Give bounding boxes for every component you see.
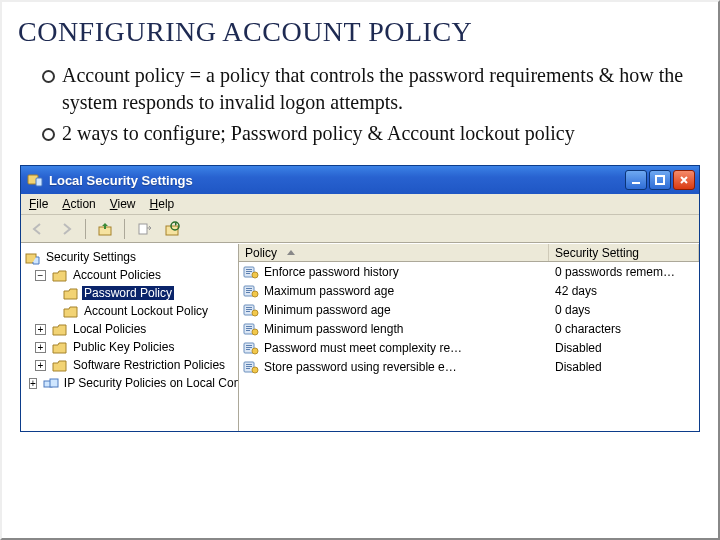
expand-icon[interactable]: + <box>35 342 46 353</box>
bullet-item: Account policy = a policy that controls … <box>42 62 696 116</box>
expand-icon[interactable]: + <box>35 360 46 371</box>
svg-rect-17 <box>246 288 252 289</box>
folder-icon <box>63 287 78 300</box>
tree-item-account-lockout-policy[interactable]: Account Lockout Policy <box>25 302 238 320</box>
policy-value: 0 passwords remem… <box>549 265 699 279</box>
window-title: Local Security Settings <box>49 173 625 188</box>
bullet-item: 2 ways to configure; Password policy & A… <box>42 120 696 147</box>
maximize-button[interactable] <box>649 170 671 190</box>
tree-label: IP Security Policies on Local Computer <box>62 376 239 390</box>
policy-item-icon <box>243 265 259 279</box>
policy-list: Enforce password history0 passwords reme… <box>239 262 699 431</box>
svg-rect-38 <box>246 366 252 367</box>
svg-rect-5 <box>139 224 147 234</box>
svg-rect-18 <box>246 290 252 291</box>
app-icon <box>27 172 43 188</box>
svg-point-20 <box>252 291 258 297</box>
back-button[interactable] <box>27 218 49 240</box>
close-button[interactable] <box>673 170 695 190</box>
refresh-button[interactable] <box>161 218 183 240</box>
menu-help[interactable]: Help <box>150 197 175 211</box>
svg-rect-12 <box>246 269 252 270</box>
tree-label: Local Policies <box>71 322 148 336</box>
tree-item-account-policies[interactable]: − Account Policies <box>25 266 238 284</box>
policy-value: 42 days <box>549 284 699 298</box>
sort-ascending-icon <box>287 250 295 255</box>
svg-rect-24 <box>246 311 250 312</box>
svg-rect-22 <box>246 307 252 308</box>
svg-rect-33 <box>246 347 252 348</box>
folder-icon <box>52 269 67 282</box>
policy-row[interactable]: Maximum password age42 days <box>239 281 699 300</box>
expand-icon[interactable]: + <box>29 378 37 389</box>
tree-item-public-key-policies[interactable]: + Public Key Policies <box>25 338 238 356</box>
svg-point-35 <box>252 348 258 354</box>
svg-rect-23 <box>246 309 252 310</box>
window-titlebar[interactable]: Local Security Settings <box>21 166 699 194</box>
tree-label: Public Key Policies <box>71 340 176 354</box>
policy-value: 0 characters <box>549 322 699 336</box>
export-list-button[interactable] <box>133 218 155 240</box>
policy-row[interactable]: Enforce password history0 passwords reme… <box>239 262 699 281</box>
svg-rect-19 <box>246 292 250 293</box>
policy-item-icon <box>243 284 259 298</box>
policy-item-icon <box>243 303 259 317</box>
column-header-setting[interactable]: Security Setting <box>549 244 699 261</box>
svg-point-25 <box>252 310 258 316</box>
menu-action[interactable]: Action <box>62 197 95 211</box>
svg-point-40 <box>252 367 258 373</box>
svg-rect-34 <box>246 349 250 350</box>
tree-label: Software Restriction Policies <box>71 358 227 372</box>
column-header-policy[interactable]: Policy <box>239 244 549 261</box>
toolbar-separator <box>85 219 86 239</box>
menu-view[interactable]: View <box>110 197 136 211</box>
policy-item-icon <box>243 360 259 374</box>
menu-file[interactable]: File <box>29 197 48 211</box>
menubar: File Action View Help <box>21 194 699 215</box>
forward-button[interactable] <box>55 218 77 240</box>
ipsec-icon <box>43 377 58 390</box>
svg-rect-3 <box>656 176 664 184</box>
svg-rect-13 <box>246 271 252 272</box>
policy-name: Maximum password age <box>264 284 394 298</box>
svg-rect-2 <box>632 182 640 184</box>
folder-icon <box>52 359 67 372</box>
svg-rect-28 <box>246 328 252 329</box>
svg-rect-37 <box>246 364 252 365</box>
list-pane: Policy Security Setting Enforce password… <box>239 244 699 431</box>
policy-value: Disabled <box>549 360 699 374</box>
minimize-button[interactable] <box>625 170 647 190</box>
svg-rect-10 <box>50 379 58 387</box>
tree-item-local-policies[interactable]: + Local Policies <box>25 320 238 338</box>
policy-value: Disabled <box>549 341 699 355</box>
collapse-icon[interactable]: − <box>35 270 46 281</box>
folder-icon <box>63 305 78 318</box>
tree-item-password-policy[interactable]: Password Policy <box>25 284 238 302</box>
folder-icon <box>52 323 67 336</box>
tree-label: Account Lockout Policy <box>82 304 210 318</box>
tree-label: Security Settings <box>44 250 138 264</box>
policy-item-icon <box>243 341 259 355</box>
tree-root[interactable]: Security Settings <box>25 248 238 266</box>
policy-name: Password must meet complexity re… <box>264 341 462 355</box>
security-settings-icon <box>25 251 40 264</box>
tree-item-ip-security-policies[interactable]: + IP Security Policies on Local Computer <box>25 374 238 392</box>
up-button[interactable] <box>94 218 116 240</box>
toolbar-separator <box>124 219 125 239</box>
tree-label: Password Policy <box>82 286 174 300</box>
policy-row[interactable]: Password must meet complexity re…Disable… <box>239 338 699 357</box>
tree-pane[interactable]: Security Settings − Account Policies Pas… <box>21 244 239 431</box>
svg-rect-29 <box>246 330 250 331</box>
policy-name: Minimum password length <box>264 322 403 336</box>
toolbar <box>21 215 699 243</box>
svg-rect-32 <box>246 345 252 346</box>
slide-title: CONFIGURING ACCOUNT POLICY <box>18 16 706 48</box>
policy-row[interactable]: Minimum password length0 characters <box>239 319 699 338</box>
policy-row[interactable]: Store password using reversible e…Disabl… <box>239 357 699 376</box>
policy-value: 0 days <box>549 303 699 317</box>
svg-rect-39 <box>246 368 250 369</box>
svg-rect-14 <box>246 273 250 274</box>
policy-row[interactable]: Minimum password age0 days <box>239 300 699 319</box>
expand-icon[interactable]: + <box>35 324 46 335</box>
tree-item-software-restriction-policies[interactable]: + Software Restriction Policies <box>25 356 238 374</box>
